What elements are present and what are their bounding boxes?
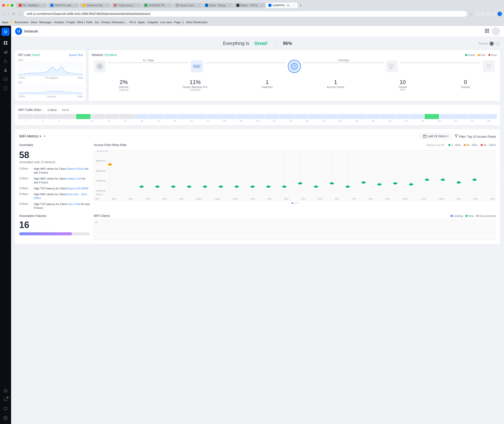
sidebar-item-statistics[interactable] xyxy=(2,48,10,56)
wifi-metrics-dropdown-icon[interactable]: ▾ xyxy=(40,134,41,138)
bookmark-freight[interactable]: Freight xyxy=(66,21,75,24)
svg-point-107 xyxy=(457,181,461,184)
sidebar-item-starred[interactable] xyxy=(2,387,10,395)
tab-6[interactable]: my.yrc.com... × xyxy=(173,3,202,8)
tab-5[interactable]: GOLDEN TE... × xyxy=(142,3,173,8)
ch-8 xyxy=(105,114,120,119)
tab-8[interactable]: Matrix - ITA S... × xyxy=(234,3,265,8)
tab-7-label: Voice - Doug... xyxy=(209,4,227,7)
anomaly-count: 58 xyxy=(19,150,90,160)
sidebar-item-devices[interactable] xyxy=(2,75,10,83)
bookmark-other-label: Other Bookmarks xyxy=(186,21,208,24)
freq-5g-btn[interactable]: 5GHz xyxy=(61,108,70,112)
bookmark-messages-label: Messages xyxy=(39,21,52,24)
svg-rect-38 xyxy=(199,66,200,67)
new-tab-button[interactable]: + xyxy=(298,3,303,8)
bookmark-messages[interactable]: Messages xyxy=(39,21,52,24)
filter-label-container[interactable]: Filter: Top 10 Access Points xyxy=(454,134,496,138)
theme-light-btn[interactable] xyxy=(495,41,500,46)
sidebar-item-security[interactable] xyxy=(2,84,10,92)
sidebar-item-clients[interactable] xyxy=(2,66,10,74)
sidebar-item-dashboard[interactable] xyxy=(2,39,10,47)
user-avatar[interactable] xyxy=(492,27,500,35)
tab-3-close[interactable]: × xyxy=(107,4,108,7)
anomaly-link-2[interactable]: Galaxy-S10 xyxy=(67,177,81,180)
ch-label-1: 1 xyxy=(18,120,35,122)
bookmark-joe[interactable]: Joe xyxy=(94,21,99,24)
bookmark-hubspot[interactable]: Hubspot xyxy=(54,21,64,24)
bookmark-other[interactable]: Other Bookmarks xyxy=(186,21,208,24)
anomaly-link-5[interactable]: Joe's iPad xyxy=(68,203,80,206)
minimize-window-btn[interactable] xyxy=(6,4,9,7)
metric-switches: 1 Switches xyxy=(262,79,273,91)
close-window-btn[interactable] xyxy=(2,4,5,7)
chart-nav-next-btn[interactable]: › xyxy=(493,173,498,178)
chart-nav-dot-3[interactable] xyxy=(297,202,298,204)
ch-label-48: 48 xyxy=(134,120,150,122)
tab-9[interactable]: UDMPRO - U... × xyxy=(266,3,298,8)
bookmark-liveview[interactable]: Live view - Page -1 xyxy=(160,21,184,24)
bookmark-craigslist[interactable]: Craigslist xyxy=(147,21,158,24)
extension-icon-2[interactable] xyxy=(481,12,485,16)
address-input[interactable] xyxy=(24,11,467,17)
anomaly-link-3[interactable]: Epson ES-500W xyxy=(68,187,88,190)
tab-7-close[interactable]: × xyxy=(229,4,231,7)
sidebar-logo[interactable]: U xyxy=(2,28,10,36)
chart-nav-dot-2[interactable] xyxy=(294,202,296,204)
tab-1-close[interactable]: × xyxy=(43,4,45,7)
bookmark-joe-label: Joe xyxy=(94,21,99,24)
anomaly-list: 3:00pm High WiFi retries for Client Dean… xyxy=(19,167,90,210)
tab-8-close[interactable]: × xyxy=(261,4,263,7)
tab-6-close[interactable]: × xyxy=(198,4,200,7)
tab-2[interactable]: UDM Pro sett... × xyxy=(48,3,79,8)
profile-icon[interactable] xyxy=(497,12,502,16)
svg-rect-43 xyxy=(389,68,393,69)
bookmark-work[interactable]: Work | Trello xyxy=(77,21,92,24)
network-header: Network: Excellent Good Fair Poor xyxy=(92,53,497,57)
bookmark-apple[interactable]: Apple xyxy=(138,21,145,24)
extension-icon-3[interactable] xyxy=(486,12,491,16)
extension-icon-4[interactable] xyxy=(492,12,496,16)
time-filter[interactable]: Last 24 Hours ▾ xyxy=(420,133,452,139)
extension-icon-1[interactable] xyxy=(475,12,480,16)
clients-legend-existing: Existing xyxy=(451,214,463,217)
freq-2g-btn[interactable]: 2.4GHz xyxy=(46,108,58,112)
sidebar-item-notifications[interactable] xyxy=(2,396,10,404)
tab-7[interactable]: Voice - Doug... × xyxy=(203,3,233,8)
x-label-10am: 10am xyxy=(402,197,408,200)
back-button[interactable]: ‹ xyxy=(2,11,5,16)
bookmark-pinit[interactable]: Pin It xyxy=(130,21,136,24)
x-label-7am: 7am xyxy=(352,197,356,200)
tab-4-close[interactable]: × xyxy=(137,4,139,7)
sidebar-item-chat[interactable] xyxy=(2,405,10,413)
app-header: U Network xyxy=(11,26,504,37)
ch-label-153: 153 xyxy=(431,120,448,122)
sidebar-item-settings[interactable] xyxy=(2,414,10,422)
theme-dark-btn[interactable] xyxy=(489,41,494,46)
bookmark-inbox[interactable]: Inbox xyxy=(30,21,37,24)
tab-8-label: Matrix - ITA S... xyxy=(240,4,259,7)
svg-marker-29 xyxy=(18,67,83,76)
tab-3[interactable]: Shipment De... × xyxy=(80,3,111,8)
maximize-window-btn[interactable] xyxy=(11,4,14,7)
sidebar-item-topology[interactable] xyxy=(2,57,10,65)
tab-9-close[interactable]: × xyxy=(294,4,295,7)
chart-nav-dot-1[interactable] xyxy=(292,202,293,204)
anomaly-link-1[interactable]: Deans-iPhone xyxy=(67,167,84,170)
bookmark-pinit-label: Pin It xyxy=(130,21,136,24)
bookmark-omaha[interactable]: Omaha, Nebraska (... xyxy=(101,21,128,24)
grid-icon[interactable] xyxy=(484,28,489,34)
bookmark-button[interactable]: ☆ xyxy=(468,11,474,16)
home-button[interactable]: ⌂ xyxy=(18,11,22,16)
speed-test-link[interactable]: Speed Test xyxy=(69,53,83,56)
metric-internet-value: 2% xyxy=(119,79,129,86)
tab-1[interactable]: Re: Stability t... × xyxy=(16,3,47,8)
reload-button[interactable]: ↻ xyxy=(11,11,16,16)
wifi-metrics-add-btn[interactable]: + xyxy=(43,134,46,138)
tab-2-close[interactable]: × xyxy=(75,4,77,7)
bookmark-apps[interactable]: Apps xyxy=(2,21,8,24)
forward-button[interactable]: › xyxy=(7,11,10,16)
tab-4[interactable]: Track your p... × xyxy=(111,3,141,8)
bookmark-bookmarks[interactable]: 📁 Bookmarks xyxy=(10,20,28,24)
tab-5-close[interactable]: × xyxy=(169,4,170,7)
